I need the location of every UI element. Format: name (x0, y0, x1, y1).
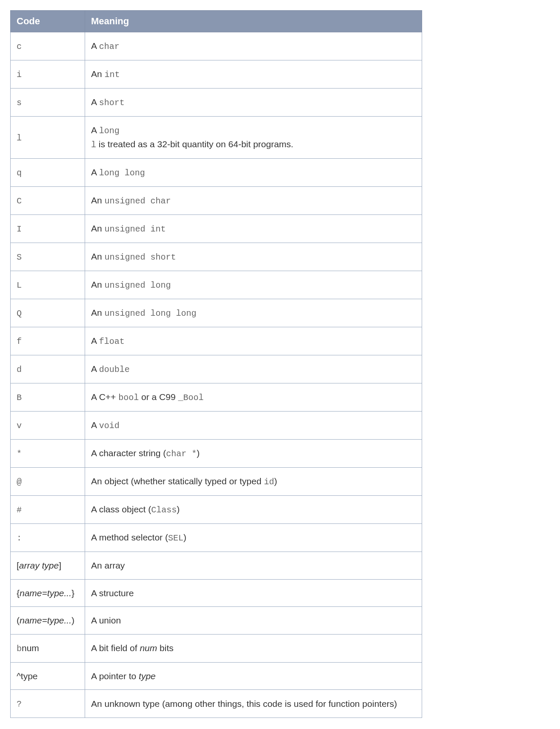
cell-code: B (11, 383, 85, 412)
cell-meaning: A short (85, 89, 422, 117)
cell-meaning: A C++ bool or a C99 _Bool (85, 383, 422, 412)
text: A (91, 364, 99, 374)
text: A character string ( (91, 448, 166, 458)
code-literal: l (91, 140, 96, 150)
table-row: fA float (11, 327, 422, 355)
text: A (91, 336, 99, 346)
italic-text: type (139, 671, 156, 681)
cell-code: s (11, 89, 85, 117)
italic-text: array type (19, 560, 59, 570)
text: An (91, 223, 105, 233)
code-literal: I (17, 224, 22, 234)
code-literal: f (17, 337, 22, 346)
code-literal: long (99, 126, 120, 136)
cell-code: d (11, 355, 85, 383)
cell-meaning: A longl is treated as a 32-bit quantity … (85, 117, 422, 159)
code-literal: _Bool (178, 393, 203, 403)
table-row: sA short (11, 89, 422, 117)
cell-code: [array type] (11, 552, 85, 580)
cell-code: v (11, 412, 85, 440)
table-row: *A character string (char *) (11, 440, 422, 468)
cell-meaning: An unknown type (among other things, thi… (85, 690, 422, 718)
cell-meaning: An array (85, 552, 422, 580)
table-row: :A method selector (SEL) (11, 524, 422, 552)
cell-meaning: An unsigned int (85, 215, 422, 243)
text: A bit field of (91, 643, 140, 653)
cell-meaning: An unsigned char (85, 187, 422, 215)
cell-code: C (11, 187, 85, 215)
table-header-row: Code Meaning (11, 11, 422, 32)
code-literal: L (17, 280, 22, 290)
table-row: #A class object (Class) (11, 496, 422, 524)
cell-code: I (11, 215, 85, 243)
text: ) (71, 615, 74, 625)
italic-text: name=type... (20, 588, 71, 598)
cell-meaning: A class object (Class) (85, 496, 422, 524)
header-code: Code (11, 11, 85, 32)
code-literal: unsigned char (105, 196, 171, 206)
text: An array (91, 560, 125, 570)
text: ) (197, 448, 200, 458)
text: An (91, 308, 105, 317)
cell-meaning: An unsigned short (85, 243, 422, 271)
text: ( (17, 615, 20, 625)
text: A pointer to (91, 671, 139, 681)
cell-meaning: A double (85, 355, 422, 383)
cell-meaning: A character string (char *) (85, 440, 422, 468)
code-literal: s (17, 98, 22, 108)
cell-code: (name=type...) (11, 607, 85, 635)
type-encodings-table: Code Meaning cA chariAn intsA shortlA lo… (10, 10, 422, 718)
table-row: dA double (11, 355, 422, 383)
code-literal: char (99, 42, 120, 51)
code-literal: q (17, 168, 22, 178)
code-literal: SEL (168, 533, 183, 543)
italic-text: num (140, 643, 157, 653)
code-literal: Q (17, 309, 22, 318)
cell-code: S (11, 243, 85, 271)
cell-meaning: A method selector (SEL) (85, 524, 422, 552)
table-row: bnumA bit field of num bits (11, 634, 422, 662)
code-literal: unsigned int (105, 224, 166, 234)
cell-code: # (11, 496, 85, 524)
text: ) (274, 476, 277, 486)
text: } (71, 588, 74, 598)
text: A method selector ( (91, 532, 168, 542)
code-literal: unsigned long long (105, 309, 197, 318)
code-literal: v (17, 421, 22, 431)
cell-code: l (11, 117, 85, 159)
text: An (91, 195, 105, 205)
cell-code: : (11, 524, 85, 552)
code-literal: unsigned long (105, 280, 171, 290)
page-wrap: Code Meaning cA chariAn intsA shortlA lo… (0, 0, 540, 729)
code-literal: i (17, 70, 22, 80)
code-literal: * (17, 449, 22, 459)
cell-code: Q (11, 299, 85, 327)
code-literal: char * (166, 449, 197, 459)
code-literal: b (17, 644, 22, 654)
table-row: @An object (whether statically typed or … (11, 468, 422, 496)
text: ^type (17, 671, 38, 681)
text: An (91, 252, 105, 261)
cell-meaning: An object (whether statically typed or t… (85, 468, 422, 496)
cell-code: bnum (11, 634, 85, 662)
table-row: {name=type...}A structure (11, 579, 422, 607)
text: ) (183, 532, 186, 542)
cell-meaning: A union (85, 607, 422, 635)
table-row: (name=type...)A union (11, 607, 422, 635)
cell-meaning: An int (85, 60, 422, 89)
text: is treated as a 32-bit quantity on 64-bi… (96, 139, 293, 149)
text: A class object ( (91, 504, 151, 514)
table-row: ?An unknown type (among other things, th… (11, 690, 422, 718)
code-literal: B (17, 393, 22, 403)
cell-code: ? (11, 690, 85, 718)
table-row: LAn unsigned long (11, 271, 422, 299)
table-row: SAn unsigned short (11, 243, 422, 271)
cell-meaning: A char (85, 32, 422, 60)
code-literal: d (17, 365, 22, 375)
cell-meaning: A float (85, 327, 422, 355)
code-literal: l (17, 133, 22, 143)
cell-meaning: A bit field of num bits (85, 634, 422, 662)
cell-code: c (11, 32, 85, 60)
code-literal: long long (99, 168, 145, 178)
cell-code: ^type (11, 662, 85, 690)
